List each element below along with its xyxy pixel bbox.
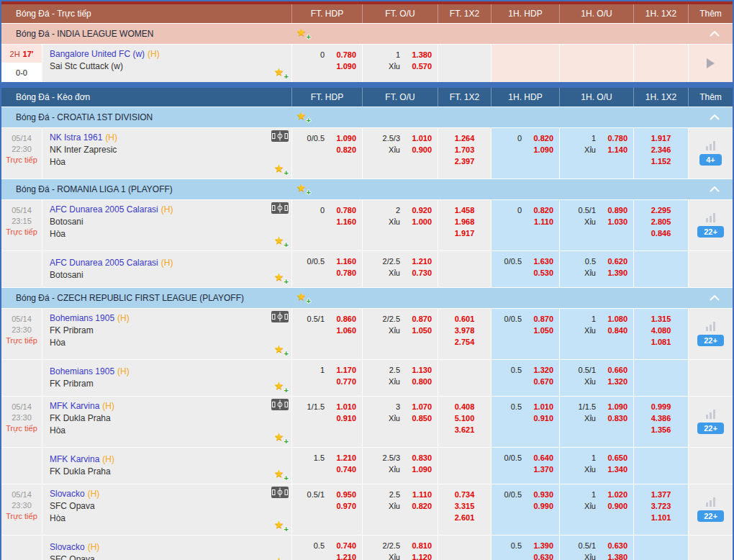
chevron-up-icon[interactable] xyxy=(710,186,720,192)
add-favorite-icon[interactable]: ★+ xyxy=(274,68,287,79)
odds-value[interactable]: 2.805 xyxy=(651,217,671,226)
away-team[interactable]: FK Pribram xyxy=(50,379,94,389)
odds-value[interactable]: 3.315 xyxy=(455,502,475,510)
away-team[interactable]: FK Pribram xyxy=(50,325,94,335)
odds-value[interactable]: 1.380 xyxy=(409,49,432,60)
odds-value[interactable]: 0.780 xyxy=(333,267,356,279)
odds-value[interactable]: 0.630 xyxy=(604,540,627,551)
odds-value[interactable]: 3.621 xyxy=(455,425,475,434)
odds-value[interactable]: 1.390 xyxy=(604,267,627,279)
more-markets-badge[interactable]: 4+ xyxy=(699,154,722,166)
odds-value[interactable]: 1.080 xyxy=(604,313,627,325)
odds-value[interactable]: 1.110 xyxy=(409,489,432,500)
odds-value[interactable]: 0.670 xyxy=(530,376,553,387)
add-favorite-icon[interactable]: ★+ xyxy=(274,273,287,284)
add-favorite-icon[interactable]: ★+ xyxy=(296,112,309,123)
odds-value[interactable]: 1.917 xyxy=(455,229,475,238)
odds-value[interactable]: 0.660 xyxy=(604,364,627,376)
odds-value[interactable]: 1.010 xyxy=(530,401,553,412)
odds-value[interactable]: 0.890 xyxy=(604,204,627,216)
home-team[interactable]: AFC Dunarea 2005 Calarasi xyxy=(50,258,158,268)
league-band[interactable]: Bóng Đá - INDIA LEAGUE WOMEN ★+ xyxy=(1,24,733,44)
odds-value[interactable]: 1.090 xyxy=(409,464,432,475)
odds-value[interactable]: 1.356 xyxy=(651,425,671,434)
odds-value[interactable]: 4.080 xyxy=(651,326,671,335)
odds-value[interactable]: 5.100 xyxy=(455,414,475,423)
odds-value[interactable]: 0.800 xyxy=(409,376,432,387)
odds-value[interactable]: 1.090 xyxy=(333,60,356,72)
odds-value[interactable]: 1.020 xyxy=(604,489,627,500)
odds-value[interactable]: 0.820 xyxy=(409,500,432,512)
add-favorite-icon[interactable]: ★+ xyxy=(296,28,309,40)
odds-value[interactable]: 0.740 xyxy=(333,540,356,551)
more-markets-badge[interactable]: 22+ xyxy=(697,510,724,522)
odds-value[interactable]: 0.740 xyxy=(333,464,356,475)
odds-value[interactable]: 2.397 xyxy=(455,157,475,166)
odds-value[interactable]: 1.010 xyxy=(333,401,356,412)
odds-value[interactable]: 0.950 xyxy=(333,489,356,500)
away-team[interactable]: SFC Opava xyxy=(50,501,95,511)
odds-value[interactable]: 1.630 xyxy=(530,256,553,267)
odds-value[interactable]: 1.101 xyxy=(651,513,671,522)
add-favorite-icon[interactable]: ★+ xyxy=(296,184,309,195)
odds-value[interactable]: 1.050 xyxy=(530,325,553,336)
league-band[interactable]: Bóng Đá - ROMANIA LIGA 1 (PLAYOFF) ★+ xyxy=(1,179,733,199)
odds-value[interactable]: 0.990 xyxy=(530,500,553,512)
odds-value[interactable]: 1.130 xyxy=(409,364,432,376)
odds-value[interactable]: 1.000 xyxy=(409,216,432,227)
odds-value[interactable]: 1.703 xyxy=(455,145,475,154)
more-markets-badge[interactable]: 22+ xyxy=(697,226,724,238)
home-team[interactable]: Slovacko xyxy=(50,542,85,552)
chevron-up-icon[interactable] xyxy=(710,295,720,301)
more-markets-badge[interactable]: 22+ xyxy=(697,335,724,346)
odds-value[interactable]: 0.770 xyxy=(333,376,356,387)
odds-value[interactable]: 0.810 xyxy=(409,540,432,551)
odds-value[interactable]: 0.999 xyxy=(651,402,671,411)
odds-value[interactable]: 0.840 xyxy=(604,325,627,336)
more-markets-badge[interactable]: 22+ xyxy=(697,423,724,434)
odds-value[interactable]: 0.734 xyxy=(455,490,475,499)
odds-value[interactable]: 1.090 xyxy=(333,132,356,144)
away-team[interactable]: FK Dukla Praha xyxy=(50,413,111,423)
odds-value[interactable]: 0.846 xyxy=(651,229,671,238)
add-favorite-icon[interactable]: ★+ xyxy=(296,292,309,304)
odds-value[interactable]: 0.870 xyxy=(530,313,553,325)
home-team[interactable]: Bohemians 1905 xyxy=(50,366,114,376)
odds-value[interactable]: 1.315 xyxy=(651,315,671,323)
odds-value[interactable]: 0.900 xyxy=(604,500,627,512)
odds-value[interactable]: 0.930 xyxy=(530,489,553,500)
add-favorite-icon[interactable]: ★+ xyxy=(274,469,287,481)
odds-value[interactable]: 0.780 xyxy=(333,204,356,216)
odds-value[interactable]: 1.210 xyxy=(409,256,432,267)
away-team[interactable]: Sai Stc Cuttack (w) xyxy=(50,61,123,71)
more-arrow-icon[interactable] xyxy=(707,58,715,68)
odds-value[interactable]: 0.620 xyxy=(604,256,627,267)
odds-value[interactable]: 0.408 xyxy=(455,402,475,411)
odds-value[interactable]: 4.386 xyxy=(651,414,671,423)
home-team[interactable]: AFC Dunarea 2005 Calarasi xyxy=(50,204,158,214)
chevron-up-icon[interactable] xyxy=(710,31,720,37)
odds-value[interactable]: 1.081 xyxy=(651,338,671,346)
odds-value[interactable]: 0.530 xyxy=(530,267,553,279)
away-team[interactable]: NK Inter Zapresic xyxy=(50,145,117,155)
odds-value[interactable]: 0.920 xyxy=(409,204,432,216)
odds-value[interactable]: 0.850 xyxy=(409,412,432,424)
odds-value[interactable]: 0.860 xyxy=(333,313,356,325)
odds-value[interactable]: 1.030 xyxy=(604,216,627,227)
odds-value[interactable]: 1.968 xyxy=(455,217,475,226)
odds-value[interactable]: 1.210 xyxy=(333,452,356,464)
odds-value[interactable]: 1.110 xyxy=(530,216,553,227)
odds-value[interactable]: 3.978 xyxy=(455,326,475,335)
odds-value[interactable]: 1.264 xyxy=(455,134,475,143)
odds-value[interactable]: 1.370 xyxy=(530,464,553,475)
odds-value[interactable]: 1.090 xyxy=(604,401,627,412)
odds-value[interactable]: 1.390 xyxy=(530,540,553,551)
away-team[interactable]: FK Dukla Praha xyxy=(50,466,111,477)
odds-value[interactable]: 0.780 xyxy=(604,132,627,144)
odds-value[interactable]: 1.090 xyxy=(530,144,553,155)
league-band[interactable]: Bóng Đá - CROATIA 1ST DIVISION ★+ xyxy=(1,107,733,127)
odds-value[interactable]: 0.830 xyxy=(409,452,432,464)
odds-value[interactable]: 2.601 xyxy=(455,513,475,522)
odds-value[interactable]: 1.160 xyxy=(333,216,356,227)
away-team[interactable]: Botosani xyxy=(50,217,83,227)
